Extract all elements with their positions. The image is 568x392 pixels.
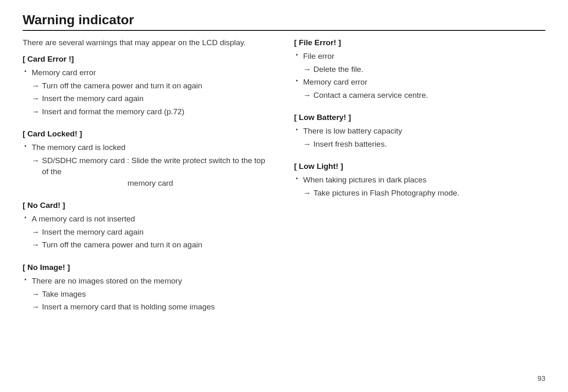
section-head: [ No Image! ]	[23, 263, 274, 272]
page-number: 93	[538, 375, 545, 383]
solution-line: →Insert a memory card that is holding so…	[32, 301, 274, 313]
solution-line: →Delete the file.	[303, 64, 545, 75]
section-card-locked: [ Card Locked! ] The memory card is lock…	[23, 129, 274, 189]
list-item: Memory card error →Contact a camera serv…	[294, 76, 545, 101]
bullet-list: File error →Delete the file. Memory card…	[294, 51, 545, 101]
arrow-icon: →	[32, 226, 39, 238]
arrow-icon: →	[32, 239, 39, 251]
solution-text: Insert fresh batteries.	[313, 138, 387, 150]
bullet-list: When taking pictures in dark places →Tak…	[294, 174, 545, 198]
section-low-light: [ Low Light! ] When taking pictures in d…	[294, 162, 545, 198]
arrow-icon: →	[32, 288, 39, 300]
left-column: There are several warnings that may appe…	[23, 38, 274, 325]
section-card-error: [ Card Error !] Memory card error →Turn …	[23, 55, 274, 117]
solution-line: →Take pictures in Flash Photography mode…	[303, 187, 545, 199]
solution-line: →Insert the memory card again	[32, 93, 274, 104]
bullet-text: A memory card is not inserted	[32, 214, 135, 223]
list-item: A memory card is not inserted →Insert th…	[23, 213, 274, 251]
arrow-icon: →	[32, 155, 39, 166]
solution-line: →Insert and format the memory card (p.72…	[32, 106, 274, 118]
solution-text-line1: SD/SDHC memory card : Slide the write pr…	[42, 156, 265, 176]
solution-text: Insert the memory card again	[42, 226, 144, 238]
list-item: Memory card error →Turn off the camera p…	[23, 67, 274, 117]
section-no-image: [ No Image! ] There are no images stored…	[23, 263, 274, 313]
bullet-text: When taking pictures in dark places	[303, 175, 427, 184]
bullet-list: Memory card error →Turn off the camera p…	[23, 67, 274, 117]
title-rule	[23, 30, 545, 31]
arrow-icon: →	[32, 93, 39, 104]
section-head: [ No Card! ]	[23, 201, 274, 210]
solution-text: Turn off the camera power and turn it on…	[42, 80, 202, 92]
arrow-icon: →	[303, 138, 311, 150]
bullet-text: There are no images stored on the memory	[32, 277, 182, 285]
solution-text: Turn off the camera power and turn it on…	[42, 239, 202, 251]
list-item: There is low battery capacity →Insert fr…	[294, 125, 545, 150]
section-head: [ Card Locked! ]	[23, 129, 274, 138]
bullet-text: The memory card is locked	[32, 143, 125, 152]
solution-text: Take images	[42, 288, 86, 300]
bullet-list: There is low battery capacity →Insert fr…	[294, 125, 545, 150]
solution-text: SD/SDHC memory card : Slide the write pr…	[42, 155, 274, 189]
solution-text: Contact a camera service centre.	[313, 90, 428, 101]
list-item: File error →Delete the file.	[294, 51, 545, 75]
content-columns: There are several warnings that may appe…	[23, 38, 545, 325]
solution-line: → SD/SDHC memory card : Slide the write …	[32, 155, 274, 189]
section-head: [ Low Light! ]	[294, 162, 545, 171]
section-no-card: [ No Card! ] A memory card is not insert…	[23, 201, 274, 251]
arrow-icon: →	[32, 106, 39, 118]
arrow-icon: →	[303, 187, 311, 199]
section-head: [ Low Battery! ]	[294, 113, 545, 122]
arrow-icon: →	[303, 64, 311, 75]
section-low-battery: [ Low Battery! ] There is low battery ca…	[294, 113, 545, 150]
list-item: The memory card is locked → SD/SDHC memo…	[23, 142, 274, 189]
arrow-icon: →	[32, 301, 39, 313]
bullet-list: There are no images stored on the memory…	[23, 275, 274, 313]
solution-line: →Turn off the camera power and turn it o…	[32, 80, 274, 92]
section-head: [ Card Error !]	[23, 55, 274, 64]
solution-text: Insert a memory card that is holding som…	[42, 301, 215, 313]
arrow-icon: →	[303, 90, 311, 101]
right-column: [ File Error! ] File error →Delete the f…	[294, 38, 545, 325]
solution-line: →Insert fresh batteries.	[303, 138, 545, 150]
solution-text-line2: memory card	[128, 178, 274, 189]
page-title: Warning indicator	[23, 12, 545, 28]
bullet-text: There is low battery capacity	[303, 127, 402, 135]
bullet-text: Memory card error	[303, 78, 367, 86]
bullet-list: A memory card is not inserted →Insert th…	[23, 213, 274, 251]
solution-line: →Turn off the camera power and turn it o…	[32, 239, 274, 251]
bullet-text: File error	[303, 52, 334, 60]
solution-text: Take pictures in Flash Photography mode.	[313, 187, 459, 199]
section-head: [ File Error! ]	[294, 38, 545, 47]
bullet-text: Memory card error	[32, 68, 96, 77]
bullet-list: The memory card is locked → SD/SDHC memo…	[23, 142, 274, 189]
solution-text: Insert the memory card again	[42, 93, 144, 104]
solution-line: →Insert the memory card again	[32, 226, 274, 238]
intro-text: There are several warnings that may appe…	[23, 38, 274, 47]
list-item: There are no images stored on the memory…	[23, 275, 274, 313]
solution-line: →Contact a camera service centre.	[303, 90, 545, 101]
solution-text: Insert and format the memory card (p.72)	[42, 106, 184, 118]
section-file-error: [ File Error! ] File error →Delete the f…	[294, 38, 545, 101]
solution-line: →Take images	[32, 288, 274, 300]
list-item: When taking pictures in dark places →Tak…	[294, 174, 545, 198]
solution-text: Delete the file.	[313, 64, 363, 75]
arrow-icon: →	[32, 80, 39, 92]
